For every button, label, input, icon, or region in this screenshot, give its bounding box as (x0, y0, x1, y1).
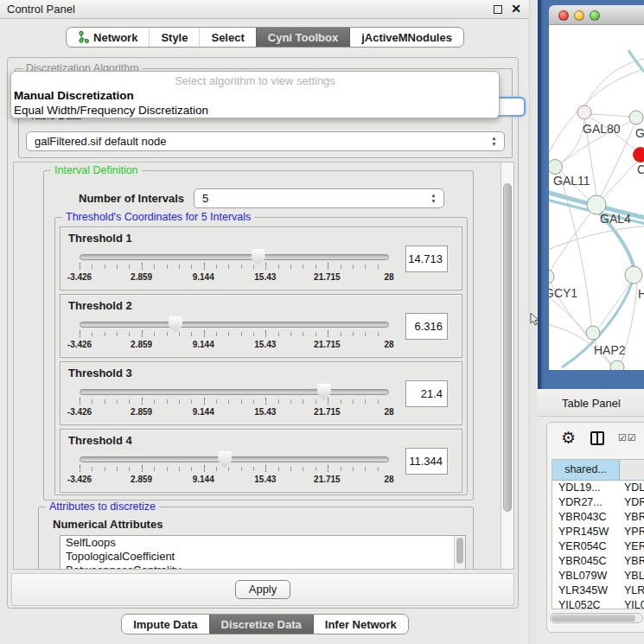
combobox-stepper-icon[interactable]: ▲▼ (430, 192, 437, 204)
float-window-icon[interactable] (494, 5, 502, 14)
panel-title: Control Panel (7, 3, 75, 16)
network-node[interactable] (610, 360, 624, 370)
table-data-combobox[interactable]: galFiltered.sif default node ▲▼ (26, 131, 505, 151)
network-edge[interactable] (628, 50, 644, 77)
attributes-listbox: SelfLoops TopologicalCoefficient Between… (60, 535, 466, 570)
threshold-4-slider[interactable]: -3.426 2.859 9.144 15.43 21.715 28 (80, 453, 389, 489)
network-edge[interactable] (591, 114, 629, 117)
slider-tick-labels: -3.426 2.859 9.144 15.43 21.715 28 (80, 475, 389, 485)
table-row[interactable]: YDR27...YDR2 (552, 495, 644, 510)
cyni-content-panel: Discretization Algorithm Table Data galF… (7, 57, 519, 609)
algorithm-dropdown-popup: Select algorithm to view settings Manual… (10, 71, 500, 118)
threshold-3-slider[interactable]: -3.426 2.859 9.144 15.43 21.715 28 (80, 386, 389, 422)
interval-definition-legend: Interval Definition (51, 164, 142, 177)
list-item[interactable]: TopologicalCoefficient (61, 550, 465, 564)
close-traffic-light-icon[interactable] (558, 10, 569, 21)
network-node[interactable] (634, 148, 644, 163)
column-header-shared[interactable]: shared... (552, 460, 620, 480)
attributes-legend: Attributes to discretize (46, 501, 159, 513)
tab-infer-network[interactable]: Infer Network (313, 615, 408, 634)
threshold-1-slider[interactable]: -3.426 2.859 9.144 15.43 21.715 28 (80, 251, 389, 287)
column-header-name[interactable]: n (620, 460, 644, 480)
threshold-3-value-field[interactable]: 21.4 (405, 380, 448, 407)
combobox-stepper-icon[interactable]: ▲▼ (490, 135, 498, 147)
slider-minor-ticks (80, 265, 390, 269)
network-edge[interactable] (603, 161, 638, 198)
zoom-traffic-light-icon[interactable] (590, 10, 600, 21)
network-canvas[interactable]: GAL80GALCGAL11GAL4GCY1HHAP2 (549, 25, 644, 370)
tab-label: Network (93, 31, 137, 44)
tab-jactivemnodules[interactable]: jActiveMNodules (349, 28, 463, 47)
network-edge[interactable] (586, 58, 644, 105)
top-tabbar: Network Style Select Cyni Toolbox jActiv… (0, 27, 530, 48)
network-node[interactable] (577, 105, 591, 119)
slider-tick-labels: -3.426 2.859 9.144 15.43 21.715 28 (80, 340, 389, 350)
slider-track[interactable] (80, 254, 389, 260)
slider-track[interactable] (80, 456, 389, 462)
network-node-label: GCY1 (549, 286, 577, 300)
network-node[interactable] (549, 270, 554, 284)
checkbox-filter-icons[interactable]: ☑☑ (618, 432, 637, 443)
threshold-3-panel: Threshold 3 -3.426 2.859 9.144 15.43 21.… (60, 361, 462, 425)
network-window-titlebar[interactable] (549, 5, 644, 25)
tab-impute-data[interactable]: Impute Data (122, 615, 208, 634)
close-icon[interactable]: ✕ (511, 2, 521, 16)
table-row[interactable]: YPR145WYPR1 (552, 525, 644, 539)
network-view-window: GAL80GALCGAL11GAL4GCY1HHAP2 (538, 0, 644, 389)
network-icon (78, 31, 89, 43)
network-node[interactable] (549, 160, 563, 175)
slider-minor-ticks (80, 399, 390, 404)
numerical-attributes-label: Numerical Attributes (53, 518, 163, 531)
gear-icon[interactable]: ⚙ (561, 430, 576, 447)
tab-discretize-data[interactable]: Discretize Data (209, 615, 313, 634)
list-item[interactable]: SelfLoops (61, 536, 465, 550)
table-toolbar: ⚙ ☑☑ (547, 423, 644, 457)
table-row[interactable]: YIL052CYIL0 (552, 598, 644, 613)
threshold-1-value-field[interactable]: 14.713 (405, 245, 448, 272)
minimize-traffic-light-icon[interactable] (574, 10, 584, 21)
table-row[interactable]: YLR345WYLR3 (552, 583, 644, 598)
network-node-label: C (637, 163, 644, 176)
thresholds-legend: Threshold's Coordinates for 5 Intervals (62, 211, 254, 224)
columns-icon[interactable] (590, 431, 604, 445)
threshold-1-label: Threshold 1 (68, 232, 132, 245)
network-node[interactable] (625, 266, 642, 284)
threshold-4-label: Threshold 4 (68, 434, 132, 447)
tab-style[interactable]: Style (149, 28, 199, 47)
network-edge[interactable] (599, 283, 630, 328)
control-panel-titlebar: Control Panel ✕ (0, 0, 529, 19)
list-scrollbar[interactable] (454, 536, 465, 570)
tab-cyni-toolbox[interactable]: Cyni Toolbox (256, 28, 349, 47)
table-row[interactable]: YBR043CYBR0 (552, 510, 644, 525)
table-row[interactable]: YBR045CYBR0 (552, 554, 644, 569)
threshold-2-slider[interactable]: -3.426 2.859 9.144 15.43 21.715 28 (80, 318, 389, 354)
tab-select[interactable]: Select (199, 28, 255, 47)
table-row[interactable]: YER054CYER0 (552, 539, 644, 554)
table-horizontal-scrollbar[interactable] (550, 613, 643, 623)
popup-option-manual-discretization[interactable]: Manual Discretization (14, 89, 134, 102)
network-svg: GAL80GALCGAL11GAL4GCY1HHAP2 (549, 25, 644, 370)
network-node[interactable] (586, 326, 600, 340)
slider-track[interactable] (80, 322, 389, 328)
slider-track[interactable] (80, 389, 389, 395)
table-panel: Table Panel ⚙ ☑☑ shared... n YDL19...YDL… (538, 389, 644, 644)
table-panel-title: Table Panel (562, 397, 621, 410)
table-row[interactable]: YDL19...YDL1 (552, 481, 644, 495)
attributes-group: Attributes to discretize Numerical Attri… (38, 507, 474, 570)
number-of-intervals-label: Number of Intervals (79, 192, 184, 205)
table-row[interactable]: YBL079WYBL0 (552, 569, 644, 583)
network-edge[interactable] (549, 226, 644, 252)
popup-option-equal-width[interactable]: Equal Width/Frequency Discretization (14, 104, 208, 117)
number-of-intervals-combobox[interactable]: 5 ▲▼ (194, 188, 444, 208)
thresholds-group: Threshold's Coordinates for 5 Intervals … (54, 217, 468, 495)
settings-scrollbar[interactable] (501, 163, 513, 569)
apply-button[interactable]: Apply (235, 580, 290, 599)
network-node[interactable] (629, 111, 643, 124)
network-node-label: GAL80 (583, 122, 621, 136)
list-item[interactable]: BetweennessCentrality (61, 564, 465, 570)
tab-network[interactable]: Network (67, 28, 149, 47)
threshold-4-value-field[interactable]: 11.344 (405, 448, 448, 475)
table-data-group: Table Data galFiltered.sif default node … (18, 116, 513, 158)
threshold-2-value-field[interactable]: 6.316 (405, 313, 448, 340)
network-edge[interactable] (559, 120, 584, 163)
